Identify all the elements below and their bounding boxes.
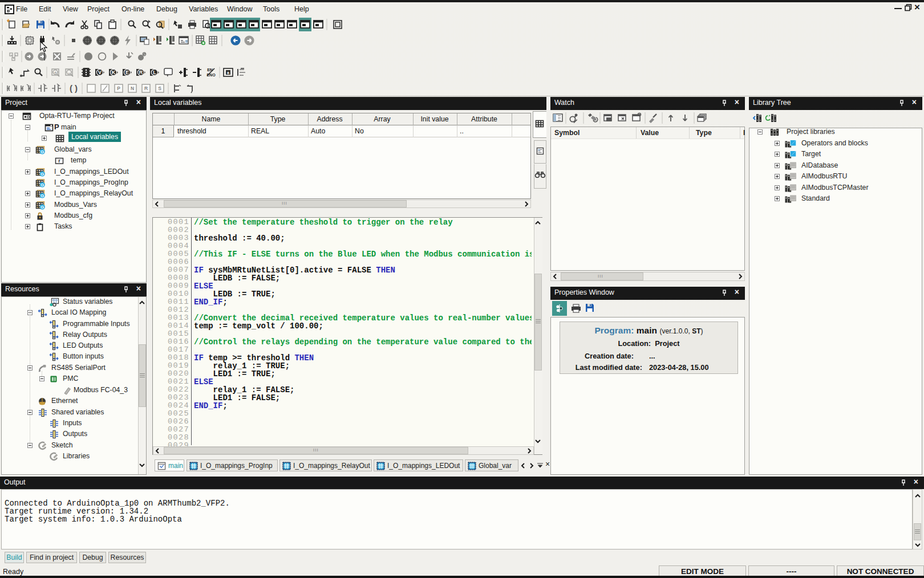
svg-text:N: N: [131, 86, 134, 91]
svg-text:+: +: [54, 70, 57, 75]
svg-text:( ): ( ): [70, 83, 78, 93]
svg-text:L: L: [153, 70, 156, 75]
svg-text:-: -: [68, 70, 70, 75]
svg-text:V: V: [98, 70, 102, 75]
svg-text:a: a: [227, 71, 229, 75]
svg-text:S: S: [158, 86, 161, 91]
svg-text:E: E: [125, 70, 129, 75]
svg-text:P: P: [117, 86, 120, 91]
svg-text:R: R: [144, 86, 148, 91]
svg-text:K: K: [112, 70, 116, 75]
svg-text:R: R: [139, 70, 143, 75]
